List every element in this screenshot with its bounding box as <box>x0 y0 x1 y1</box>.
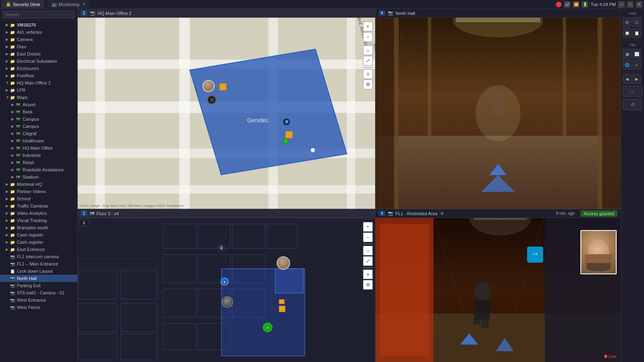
tab-monitoring[interactable]: 📺 Monitoring ✕ <box>47 0 90 9</box>
search-input[interactable] <box>2 10 75 19</box>
sidebar-item-brampton[interactable]: ▶📁 Brampton south <box>0 224 77 231</box>
floor-person-3[interactable]: ✓ <box>263 323 272 332</box>
map-camera-icon: 📷 <box>90 10 95 16</box>
home-btn-2[interactable]: ⌂ <box>363 246 373 255</box>
area-btn-4[interactable]: 📋 <box>632 28 641 38</box>
svg-rect-47 <box>428 18 431 136</box>
expand-btn[interactable]: ⤢ <box>363 56 373 66</box>
svg-rect-5 <box>78 185 375 193</box>
sidebar-item-electrical[interactable]: ▶📁 Electrical Substation <box>0 58 77 65</box>
floor-person-1[interactable] <box>277 256 290 270</box>
sidebar-item-airport[interactable]: ▶🗺 Airport <box>0 101 77 108</box>
settings-btn[interactable]: ⚙ <box>363 80 373 89</box>
sidebar-item-visual-tracking[interactable]: ▶📁 Visual Tracking <box>0 217 77 224</box>
floor-box-1 <box>279 306 285 312</box>
camera-marker-2[interactable]: ⦿ <box>282 117 291 126</box>
sidebar-item-door[interactable]: ▶📁 Door <box>0 43 77 50</box>
home-btn[interactable]: ⌂ <box>363 45 373 55</box>
area-btn-3[interactable]: 🔲 <box>623 28 632 38</box>
access-badge: Access granted <box>580 210 617 217</box>
tab-monitoring-label: Monitoring <box>59 2 79 7</box>
sidebar-item-north-hall[interactable]: 📷 North Hall <box>0 275 77 282</box>
tile-btn-1[interactable]: ▦ <box>623 49 632 59</box>
pause-btn[interactable]: ⏸ <box>79 220 89 226</box>
sidebar-item-cash-reg-1[interactable]: ▶📁 Cash register <box>0 231 77 239</box>
settings-btn-2[interactable]: ⚙ <box>363 280 373 290</box>
minimize-btn[interactable]: ─ <box>618 1 625 8</box>
sidebar-item-video-analytics[interactable]: ▶📁 Video Analytics <box>0 210 77 217</box>
sidebar-item-parking[interactable]: 📷 Parking Exit <box>0 282 77 289</box>
sidebar-item-west-fence[interactable]: 📷 West Fence <box>0 304 77 311</box>
nav-prev-btn[interactable]: ◀ <box>623 74 632 84</box>
sidebar-item-east-district[interactable]: ▶📁 East District <box>0 50 77 58</box>
sidebar-item-traffic[interactable]: ▶📁 Traffic Cameras <box>0 202 77 210</box>
sidebar-item-camera[interactable]: ▶📁 Camera <box>0 36 77 43</box>
sidebar-item-freeflow[interactable]: ▶📁 Freeflow <box>0 72 77 79</box>
person-marker-1[interactable] <box>202 80 215 92</box>
face-overlay <box>580 230 617 274</box>
svg-rect-48 <box>563 18 566 136</box>
floor-plan-svg <box>78 218 375 362</box>
green-marker <box>283 138 289 144</box>
sidebar-item-campus2[interactable]: ▶🗺 Campus <box>0 123 77 130</box>
sidebar-item-bank[interactable]: ▶🗺 Bank <box>0 108 77 115</box>
sidebar-item-partner[interactable]: ▶📁 Partner Videos <box>0 188 77 195</box>
sys-icon-1: 🔊 <box>564 1 570 8</box>
ctrl-divider-2 <box>623 72 642 72</box>
nav-refresh-btn[interactable]: ↺ <box>623 99 642 110</box>
sidebar-item-retail[interactable]: ▶🗺 Retail <box>0 159 77 166</box>
tile-btn-4[interactable]: ≡ <box>632 60 641 70</box>
sidebar-item-healthcare[interactable]: ▶🗺 Healthcare <box>0 137 77 144</box>
sidebar-item-maps[interactable]: ▼📁 Maps <box>0 94 77 101</box>
svg-text:Genidec: Genidec <box>247 117 268 123</box>
sidebar-item-st6[interactable]: 📷 ST6-hall2 - Camera - 01 <box>0 289 77 296</box>
bottom-map-title: Floor 3 - v4 <box>97 211 119 216</box>
floor-cam-marker[interactable]: ● <box>221 278 229 286</box>
tab-close-monitoring[interactable]: ✕ <box>83 2 86 6</box>
sidebar-item-east-entrance[interactable]: ▶📁 East Entrance <box>0 246 77 253</box>
sidebar-item-stadium[interactable]: ▶🗺 Stadium <box>0 173 77 181</box>
camera-marker-1[interactable]: 🎥 <box>207 95 216 104</box>
zoom-out-btn[interactable]: − <box>363 32 373 42</box>
sidebar-item-lock-down[interactable]: 📋 Lock down Layout <box>0 267 77 275</box>
sidebar-item-avl[interactable]: ▶📁 AVL vehicles <box>0 29 77 36</box>
floor-person-2[interactable] <box>222 296 233 308</box>
floor-cam-1[interactable]: ⦿ <box>218 244 225 251</box>
area-btn-2[interactable]: ⊡ <box>632 17 641 27</box>
tile-btn-3[interactable]: 🌐 <box>623 60 632 70</box>
sidebar-item-cash-reg-2[interactable]: ▶📁 Cash register <box>0 239 77 246</box>
sidebar-item-montreal[interactable]: ▶📁 Montreal HQ <box>0 181 77 188</box>
sidebar-item-hq-main[interactable]: ▶🗺 HQ Main Office <box>0 144 77 152</box>
nav-home-btn[interactable]: ⌂ <box>623 86 642 97</box>
sidebar-item-lpr[interactable]: ▶📁 LPR <box>0 86 77 94</box>
zoom-out-btn-2[interactable]: − <box>363 232 373 242</box>
tile-btn-2[interactable]: ⬜ <box>632 49 641 59</box>
top-map-content[interactable]: Boulevard Alfred Nobel Rue Fleming Ard. … <box>78 18 375 209</box>
nav-next-btn[interactable]: ▶ <box>632 74 641 84</box>
area-controls-row2: 🔲 📋 <box>623 28 642 38</box>
sidebar-item-fl1-main[interactable]: 📷 FL1 – Main Entrance <box>0 260 77 267</box>
layers-btn-2[interactable]: ≡ <box>363 269 373 279</box>
zoom-in-btn[interactable]: + <box>363 22 373 31</box>
close-btn[interactable]: ✕ <box>636 1 642 8</box>
bottom-video-title: FL1 - Restricted Area <box>396 211 438 216</box>
expand-btn-2[interactable]: ⤢ <box>363 256 373 266</box>
tab-security-desk[interactable]: 🔒 Security Desk <box>2 0 44 9</box>
sys-icon-3: 🔋 <box>582 1 588 8</box>
sidebar-item-enclosures[interactable]: ▶📁 Enclosures <box>0 65 77 72</box>
maximize-btn[interactable]: □ <box>627 1 634 8</box>
sidebar-item-roadside[interactable]: ▶🗺 Roadside Assistance <box>0 166 77 173</box>
area-btn-1[interactable]: ⊞ <box>623 17 632 27</box>
titlebar-right: 🔊 📶 🔋 Tue 4:24 PM ─ □ ✕ <box>556 1 642 8</box>
sidebar-item-campus1[interactable]: ▶🗺 Campus <box>0 115 77 123</box>
bottom-map-content[interactable]: ⦿ ● <box>78 218 375 362</box>
sidebar-item-industrial[interactable]: ▶🗺 Industrial <box>0 152 77 159</box>
sidebar-item-school[interactable]: ▶📁 School <box>0 195 77 202</box>
sidebar-item-west-entrance[interactable]: 📷 West Entrance <box>0 296 77 304</box>
zoom-in-btn-2[interactable]: + <box>363 222 373 232</box>
sidebar-item-vm16270[interactable]: ▶📁 VM16270 <box>0 21 77 29</box>
layers-btn[interactable]: ≡ <box>363 69 373 79</box>
sidebar-item-fl1-intercom[interactable]: 📷 FL1 intercom camera <box>0 253 77 260</box>
sidebar-item-citigraf[interactable]: ▶🗺 Citigraf <box>0 130 77 137</box>
sidebar-item-hq-main-2[interactable]: ▼📁 HQ Main Office 2 <box>0 79 77 86</box>
